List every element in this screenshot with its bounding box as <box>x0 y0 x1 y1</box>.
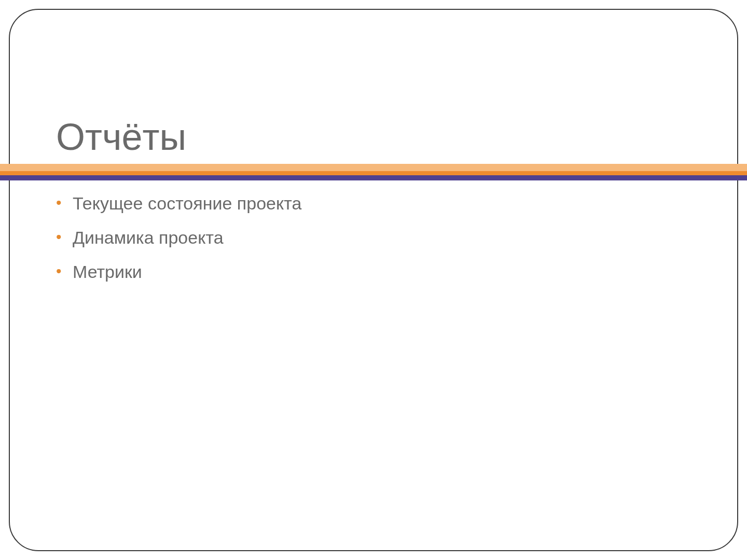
slide: Отчёты Текущее состояние проекта Динамик… <box>0 0 747 560</box>
slide-body-list: Текущее состояние проекта Динамика проек… <box>56 192 301 295</box>
stripe-light-orange <box>0 164 747 171</box>
list-item: Текущее состояние проекта <box>56 192 301 216</box>
list-item: Метрики <box>56 260 301 284</box>
stripe-purple <box>0 175 747 180</box>
list-item: Динамика проекта <box>56 226 301 250</box>
accent-stripes <box>0 164 747 180</box>
stripe-orange <box>0 171 747 175</box>
slide-title: Отчёты <box>56 117 186 158</box>
